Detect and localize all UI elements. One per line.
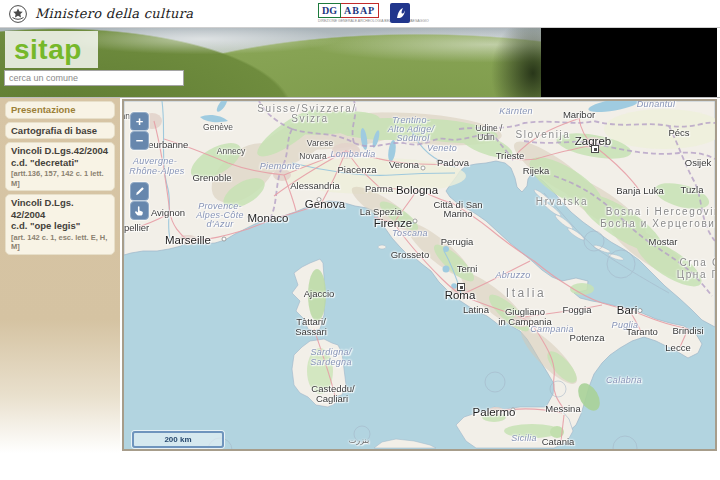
sidebar-item-label: Cartografia di base: [11, 125, 109, 137]
ministry-brand[interactable]: Ministero della cultura: [8, 3, 193, 24]
sidebar: Presentazione Cartografia di base Vincol…: [0, 98, 120, 480]
mic-logo[interactable]: [390, 3, 410, 23]
sidebar-item-presentazione[interactable]: Presentazione: [5, 101, 115, 119]
draw-tool-button[interactable]: [130, 182, 149, 201]
sitap-app: Ministero della cultura DG ABAP DIREZION…: [0, 0, 720, 480]
sidebar-item-cartografia-di-base[interactable]: Cartografia di base: [5, 122, 115, 140]
zoom-in-button[interactable]: +: [130, 112, 149, 131]
site-logo: sitap: [5, 31, 98, 68]
dg-logo-right: ABAP: [341, 3, 379, 18]
sidebar-item-vincoli-decretati[interactable]: Vincoli D.Lgs.42/2004 c.d. "decretati" […: [5, 142, 115, 191]
banner-black-region: [541, 28, 717, 97]
scale-label: 200 km: [164, 435, 191, 444]
site-title: sitap: [14, 36, 82, 64]
top-bar: Ministero della cultura DG ABAP DIREZION…: [0, 0, 720, 28]
sidebar-item-label: Vincoli D.Lgs.42/2004 c.d. "decretati": [11, 145, 109, 168]
scale-bar: 200 km: [132, 431, 224, 448]
sidebar-item-sublabel: [art. 142 c. 1, esc. lett. E, H, M]: [11, 233, 109, 252]
sidebar-item-label: Vincoli D.Lgs. 42/2004 c.d. "ope legis": [11, 197, 109, 232]
select-tool-button[interactable]: [130, 201, 149, 220]
zoom-out-button[interactable]: −: [130, 131, 149, 150]
dg-logo-left: DG: [318, 3, 341, 18]
dgabap-logo[interactable]: DG ABAP DIREZIONE GENERALE ARCHEOLOGIA B…: [318, 3, 429, 23]
hand-pointer-icon: [134, 205, 145, 216]
mic-figure-icon: [393, 6, 407, 20]
sidebar-item-sublabel: [artt.136, 157, 142 c. 1 lett. M]: [11, 169, 109, 188]
search-input[interactable]: [4, 70, 184, 86]
ministry-title: Ministero della cultura: [35, 6, 193, 21]
banner: sitap: [0, 28, 720, 98]
sidebar-item-label: Presentazione: [11, 104, 109, 116]
map-canvas[interactable]: [124, 101, 715, 449]
pen-icon: [134, 186, 145, 197]
dg-tagline: DIREZIONE GENERALE ARCHEOLOGIA BELLE ART…: [318, 19, 429, 23]
map-panel[interactable]: Suisse/Svizzera/SvizraSlovenijaHrvatskaB…: [122, 99, 717, 451]
sidebar-item-vincoli-ope-legis[interactable]: Vincoli D.Lgs. 42/2004 c.d. "ope legis" …: [5, 194, 115, 254]
italy-emblem-icon: [8, 4, 28, 24]
